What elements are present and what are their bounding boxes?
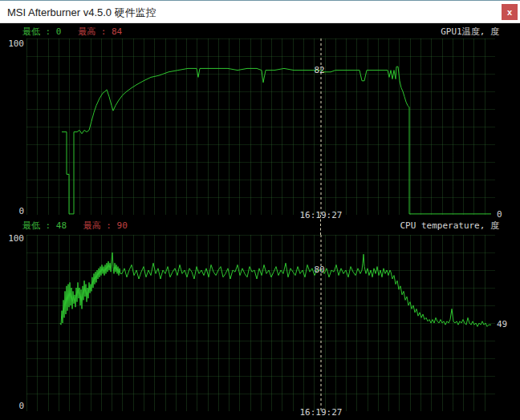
close-icon: x bbox=[507, 7, 512, 17]
gpu-temp-line-chart: 82 bbox=[26, 38, 495, 215]
gpu-series-name: GPU1温度, 度 bbox=[441, 26, 499, 38]
cpu-graph-header: 最低 : 48 最高 : 90 CPU temperature, 度 bbox=[0, 220, 520, 231]
gpu-min-stat: 最低 : 0 bbox=[22, 26, 62, 37]
cpu-marker-timestamp: 16:19:27 bbox=[282, 408, 360, 418]
gpu-stats: 最低 : 0 最高 : 84 bbox=[22, 26, 122, 38]
gpu-graph-header: 最低 : 0 最高 : 84 GPU1温度, 度 bbox=[0, 26, 520, 37]
titlebar[interactable]: MSI Afterburner v4.5.0 硬件监控 x bbox=[0, 1, 520, 23]
marker-value-label: 80 bbox=[314, 265, 324, 275]
series-line bbox=[62, 67, 491, 214]
cpu-temp-graph[interactable]: 80 bbox=[26, 235, 495, 411]
series-line bbox=[60, 252, 491, 326]
gpu-y-axis-min: 0 bbox=[0, 206, 24, 216]
cpu-y-axis-min: 0 bbox=[0, 401, 24, 411]
cpu-max-stat: 最高 : 90 bbox=[83, 220, 128, 231]
window-title: MSI Afterburner v4.5.0 硬件监控 bbox=[7, 6, 156, 20]
cpu-min-stat: 最低 : 48 bbox=[22, 220, 67, 231]
cpu-y-axis-max: 100 bbox=[0, 233, 24, 244]
gpu-current-value-label: 0 bbox=[497, 209, 519, 220]
close-button[interactable]: x bbox=[502, 4, 518, 20]
gpu-max-stat: 最高 : 84 bbox=[78, 26, 122, 37]
gpu-temp-graph[interactable]: 82 bbox=[26, 38, 495, 215]
cpu-stats: 最低 : 48 最高 : 90 bbox=[22, 220, 128, 232]
cpu-current-value-label: 49 bbox=[497, 319, 519, 329]
monitor-area: 最低 : 0 最高 : 84 GPU1温度, 度 100 82 0 0 16:1… bbox=[0, 23, 520, 420]
cpu-series-name: CPU temperature, 度 bbox=[400, 220, 499, 232]
gpu-y-axis-max: 100 bbox=[0, 38, 24, 49]
afterburner-hardware-monitor-window: MSI Afterburner v4.5.0 硬件监控 x 最低 : 0 最高 … bbox=[0, 0, 520, 420]
cpu-temp-line-chart: 80 bbox=[26, 235, 495, 411]
marker-value-label: 82 bbox=[314, 65, 324, 75]
